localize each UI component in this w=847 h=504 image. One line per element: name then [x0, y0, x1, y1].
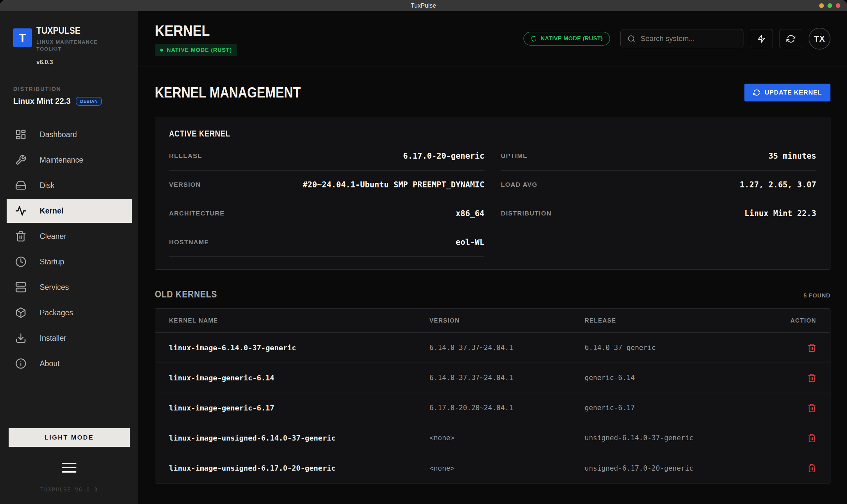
column-header-kernel-name: KERNEL NAME — [169, 317, 430, 324]
sidebar-footer-version: TUXPULSE V6.0.3 — [8, 486, 130, 493]
delete-kernel-button[interactable] — [807, 374, 816, 382]
sidebar-item-label: Disk — [40, 181, 55, 190]
minimize-button[interactable] — [819, 3, 824, 8]
kv-value: #20~24.04.1-Ubuntu SMP PREEMPT_DYNAMIC — [303, 180, 484, 190]
sidebar-item-disk[interactable]: Disk — [6, 174, 132, 197]
native-mode-badge-label: NATIVE MODE (RUST) — [167, 47, 232, 54]
active-kernel-card: ACTIVE KERNEL RELEASE 6.17.0-20-generic … — [155, 117, 830, 270]
release-cell: unsigned-6.17.0-20-generic — [585, 464, 796, 472]
maximize-button[interactable] — [828, 3, 832, 8]
release-cell: unsigned-6.14.0-37-generic — [585, 434, 796, 442]
debian-badge: DEBIAN — [76, 97, 102, 106]
refresh-button[interactable] — [779, 29, 802, 48]
kernel-name-cell: linux-image-generic-6.17 — [169, 404, 430, 412]
logo-letter: T — [19, 31, 26, 44]
search-input[interactable] — [641, 34, 737, 43]
kv-label: ARCHITECTURE — [169, 210, 225, 217]
app-logo: T — [13, 29, 32, 47]
native-mode-pill: NATIVE MODE (RUST) — [523, 32, 610, 46]
trash-icon — [807, 464, 816, 473]
trash-icon — [807, 374, 816, 382]
window-title: TuxPulse — [411, 2, 436, 9]
app-name: TUXPULSE — [36, 25, 106, 36]
kv-value: eol-WL — [455, 238, 484, 247]
trash-icon — [15, 231, 27, 242]
table-row: linux-image-6.14.0-37-generic 6.14.0-37.… — [155, 333, 830, 363]
window-titlebar: TuxPulse — [0, 0, 847, 11]
version-cell: 6.14.0-37.37~24.04.1 — [430, 374, 585, 382]
hard-drive-icon — [15, 180, 27, 191]
kv-label: UPTIME — [501, 152, 528, 160]
quick-actions-button[interactable] — [750, 29, 773, 48]
release-cell: 6.14.0-37-generic — [585, 344, 796, 352]
sidebar-item-about[interactable]: About — [6, 352, 132, 375]
distribution-label: DISTRIBUTION — [13, 86, 125, 92]
kv-row-uptime: UPTIME 35 minutes — [501, 142, 816, 170]
distribution-name: Linux Mint 22.3 — [13, 96, 70, 106]
sidebar-item-installer[interactable]: Installer — [6, 326, 132, 350]
sidebar-item-startup[interactable]: Startup — [6, 250, 132, 274]
sidebar-item-label: Installer — [40, 334, 67, 343]
main-area: KERNEL NATIVE MODE (RUST) NATIVE MODE (R… — [138, 11, 847, 504]
sidebar-item-dashboard[interactable]: Dashboard — [6, 123, 132, 146]
refresh-icon — [786, 34, 795, 43]
delete-kernel-button[interactable] — [807, 464, 816, 473]
sidebar-item-maintenance[interactable]: Maintenance — [6, 148, 132, 172]
main-header: KERNEL NATIVE MODE (RUST) NATIVE MODE (R… — [138, 11, 847, 67]
search-box[interactable] — [620, 29, 743, 48]
kernel-management-heading: KERNEL MANAGEMENT — [155, 84, 325, 101]
native-mode-pill-label: NATIVE MODE (RUST) — [541, 35, 603, 42]
release-cell: generic-6.17 — [585, 404, 796, 412]
avatar[interactable]: TX — [809, 28, 830, 50]
avatar-initials: TX — [814, 34, 825, 43]
update-kernel-button[interactable]: UPDATE KERNEL — [744, 84, 830, 102]
app-version: v6.0.3 — [36, 59, 125, 66]
sidebar: T TUXPULSE LINUX MAINTENANCE TOOLKIT v6.… — [0, 11, 138, 504]
sidebar-item-cleaner[interactable]: Cleaner — [6, 224, 132, 248]
version-cell: 6.14.0-37.37~24.04.1 — [430, 344, 585, 352]
trash-icon — [807, 343, 816, 352]
shield-icon — [531, 36, 537, 42]
status-dot-icon — [160, 49, 163, 52]
refresh-icon — [753, 89, 760, 96]
kv-label: VERSION — [169, 181, 201, 188]
sidebar-item-label: Services — [40, 283, 69, 292]
kv-value: 6.17.0-20-generic — [403, 151, 484, 161]
search-icon — [627, 35, 636, 43]
native-mode-badge: NATIVE MODE (RUST) — [155, 44, 237, 56]
kv-row-version: VERSION #20~24.04.1-Ubuntu SMP PREEMPT_D… — [169, 170, 484, 199]
hamburger-menu-icon[interactable] — [62, 463, 76, 473]
delete-kernel-button[interactable] — [807, 343, 816, 352]
clock-icon — [15, 256, 27, 267]
kv-value: Linux Mint 22.3 — [744, 209, 816, 218]
app-window: TuxPulse T TUXPULSE LINUX MAINTENANCE TO… — [0, 0, 847, 504]
sidebar-item-label: Startup — [40, 257, 64, 266]
kv-row-hostname: HOSTNAME eol-WL — [169, 228, 484, 257]
app-subtitle: LINUX MAINTENANCE TOOLKIT — [36, 38, 106, 52]
version-cell: <none> — [430, 464, 585, 472]
old-kernels-title: OLD KERNELS — [155, 289, 227, 300]
table-header: KERNEL NAME VERSION RELEASE ACTION — [155, 309, 830, 333]
delete-kernel-button[interactable] — [807, 434, 816, 443]
download-icon — [15, 332, 27, 344]
trash-icon — [807, 434, 816, 443]
sidebar-item-packages[interactable]: Packages — [6, 301, 132, 325]
server-icon — [15, 282, 27, 293]
update-kernel-button-label: UPDATE KERNEL — [765, 89, 822, 96]
trash-icon — [807, 403, 816, 412]
sidebar-item-kernel[interactable]: Kernel — [6, 199, 132, 223]
sidebar-item-services[interactable]: Services — [6, 275, 132, 299]
old-kernels-count: 5 FOUND — [803, 292, 830, 299]
info-icon — [15, 358, 27, 369]
sidebar-nav: Dashboard Maintenance Disk Kernel Cleane… — [0, 116, 138, 375]
close-button[interactable] — [836, 3, 841, 8]
sidebar-item-label: Cleaner — [40, 232, 67, 241]
sidebar-item-label: Dashboard — [40, 130, 77, 139]
light-mode-button[interactable]: LIGHT MODE — [8, 428, 130, 447]
delete-kernel-button[interactable] — [807, 403, 816, 412]
window-controls — [819, 3, 841, 8]
table-row: linux-image-unsigned-6.14.0-37-generic <… — [155, 423, 830, 453]
kv-label: HOSTNAME — [169, 239, 209, 246]
version-cell: <none> — [430, 434, 585, 442]
kv-value: 1.27, 2.65, 3.07 — [740, 180, 816, 190]
